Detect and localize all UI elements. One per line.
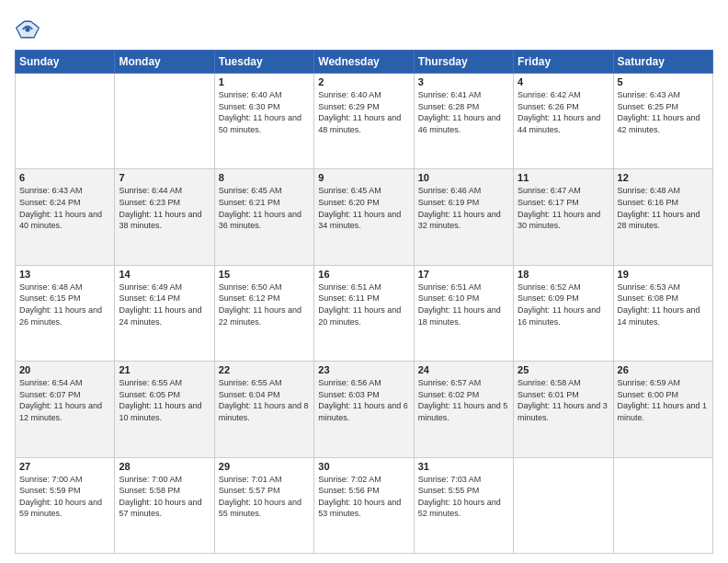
day-number: 1 (219, 76, 310, 87)
calendar-cell: 5Sunrise: 6:43 AM Sunset: 6:25 PM Daylig… (613, 74, 712, 169)
calendar-cell: 17Sunrise: 6:51 AM Sunset: 6:10 PM Dayli… (414, 265, 513, 361)
calendar-cell: 23Sunrise: 6:56 AM Sunset: 6:03 PM Dayli… (314, 362, 414, 457)
calendar-week-3: 13Sunrise: 6:48 AM Sunset: 6:15 PM Dayli… (16, 265, 713, 361)
cell-info: Sunrise: 6:40 AM Sunset: 6:29 PM Dayligh… (318, 89, 409, 135)
calendar-cell (613, 457, 712, 553)
calendar-cell (514, 457, 613, 553)
calendar-week-2: 6Sunrise: 6:43 AM Sunset: 6:24 PM Daylig… (16, 169, 713, 265)
day-number: 12 (618, 172, 709, 183)
calendar-cell: 20Sunrise: 6:54 AM Sunset: 6:07 PM Dayli… (16, 362, 115, 457)
cell-info: Sunrise: 6:55 AM Sunset: 6:04 PM Dayligh… (219, 377, 310, 423)
calendar-cell: 21Sunrise: 6:55 AM Sunset: 6:05 PM Dayli… (115, 362, 214, 457)
calendar-cell: 12Sunrise: 6:48 AM Sunset: 6:16 PM Dayli… (613, 169, 712, 265)
header (15, 13, 713, 42)
cell-info: Sunrise: 6:40 AM Sunset: 6:30 PM Dayligh… (219, 89, 310, 135)
calendar-week-4: 20Sunrise: 6:54 AM Sunset: 6:07 PM Dayli… (16, 362, 713, 457)
day-number: 4 (518, 76, 609, 87)
calendar-cell: 3Sunrise: 6:41 AM Sunset: 6:28 PM Daylig… (414, 74, 513, 169)
calendar-cell: 14Sunrise: 6:49 AM Sunset: 6:14 PM Dayli… (115, 265, 214, 361)
cell-info: Sunrise: 6:45 AM Sunset: 6:20 PM Dayligh… (318, 185, 409, 231)
day-number: 7 (119, 172, 210, 183)
cell-info: Sunrise: 6:52 AM Sunset: 6:09 PM Dayligh… (518, 282, 609, 327)
day-number: 2 (318, 76, 409, 87)
calendar-cell: 11Sunrise: 6:47 AM Sunset: 6:17 PM Dayli… (514, 169, 613, 265)
calendar-cell: 6Sunrise: 6:43 AM Sunset: 6:24 PM Daylig… (16, 169, 115, 265)
calendar-cell: 18Sunrise: 6:52 AM Sunset: 6:09 PM Dayli… (514, 265, 613, 361)
calendar-cell: 27Sunrise: 7:00 AM Sunset: 5:59 PM Dayli… (16, 457, 115, 553)
page: SundayMondayTuesdayWednesdayThursdayFrid… (0, 0, 728, 563)
svg-point-2 (25, 27, 29, 31)
day-number: 15 (219, 269, 310, 280)
cell-info: Sunrise: 7:01 AM Sunset: 5:57 PM Dayligh… (219, 474, 310, 520)
calendar-table: SundayMondayTuesdayWednesdayThursdayFrid… (15, 50, 713, 554)
cell-info: Sunrise: 6:51 AM Sunset: 6:10 PM Dayligh… (418, 282, 509, 327)
day-number: 14 (119, 269, 210, 280)
day-number: 26 (618, 364, 709, 375)
cell-info: Sunrise: 7:00 AM Sunset: 5:58 PM Dayligh… (119, 474, 210, 520)
calendar-header: SundayMondayTuesdayWednesdayThursdayFrid… (16, 51, 713, 74)
cell-info: Sunrise: 6:43 AM Sunset: 6:24 PM Dayligh… (19, 185, 110, 231)
calendar-cell: 26Sunrise: 6:59 AM Sunset: 6:00 PM Dayli… (613, 362, 712, 457)
calendar-cell: 24Sunrise: 6:57 AM Sunset: 6:02 PM Dayli… (414, 362, 513, 457)
weekday-saturday: Saturday (613, 51, 712, 74)
calendar-cell: 19Sunrise: 6:53 AM Sunset: 6:08 PM Dayli… (613, 265, 712, 361)
day-number: 8 (219, 172, 310, 183)
day-number: 27 (19, 461, 110, 472)
day-number: 23 (318, 364, 409, 375)
cell-info: Sunrise: 6:47 AM Sunset: 6:17 PM Dayligh… (518, 185, 609, 231)
day-number: 17 (418, 269, 509, 280)
day-number: 31 (418, 461, 509, 472)
cell-info: Sunrise: 6:57 AM Sunset: 6:02 PM Dayligh… (418, 377, 509, 423)
cell-info: Sunrise: 6:54 AM Sunset: 6:07 PM Dayligh… (19, 377, 110, 423)
calendar-cell: 9Sunrise: 6:45 AM Sunset: 6:20 PM Daylig… (314, 169, 414, 265)
calendar-week-5: 27Sunrise: 7:00 AM Sunset: 5:59 PM Dayli… (16, 457, 713, 553)
cell-info: Sunrise: 6:41 AM Sunset: 6:28 PM Dayligh… (418, 89, 509, 135)
calendar-cell: 30Sunrise: 7:02 AM Sunset: 5:56 PM Dayli… (314, 457, 414, 553)
cell-info: Sunrise: 6:50 AM Sunset: 6:12 PM Dayligh… (219, 282, 310, 327)
cell-info: Sunrise: 6:44 AM Sunset: 6:23 PM Dayligh… (119, 185, 210, 231)
calendar-cell (115, 74, 214, 169)
day-number: 20 (19, 364, 110, 375)
cell-info: Sunrise: 6:45 AM Sunset: 6:21 PM Dayligh… (219, 185, 310, 231)
day-number: 3 (418, 76, 509, 87)
cell-info: Sunrise: 6:46 AM Sunset: 6:19 PM Dayligh… (418, 185, 509, 231)
day-number: 19 (618, 269, 709, 280)
cell-info: Sunrise: 6:51 AM Sunset: 6:11 PM Dayligh… (318, 282, 409, 327)
day-number: 11 (518, 172, 609, 183)
day-number: 22 (219, 364, 310, 375)
calendar-cell: 2Sunrise: 6:40 AM Sunset: 6:29 PM Daylig… (314, 74, 414, 169)
calendar-cell: 4Sunrise: 6:42 AM Sunset: 6:26 PM Daylig… (514, 74, 613, 169)
calendar-cell: 15Sunrise: 6:50 AM Sunset: 6:12 PM Dayli… (214, 265, 313, 361)
weekday-thursday: Thursday (414, 51, 513, 74)
calendar-cell: 22Sunrise: 6:55 AM Sunset: 6:04 PM Dayli… (214, 362, 313, 457)
cell-info: Sunrise: 7:03 AM Sunset: 5:55 PM Dayligh… (418, 474, 509, 520)
day-number: 24 (418, 364, 509, 375)
cell-info: Sunrise: 6:53 AM Sunset: 6:08 PM Dayligh… (618, 282, 709, 327)
day-number: 5 (618, 76, 709, 87)
calendar-cell: 10Sunrise: 6:46 AM Sunset: 6:19 PM Dayli… (414, 169, 513, 265)
calendar-cell: 7Sunrise: 6:44 AM Sunset: 6:23 PM Daylig… (115, 169, 214, 265)
cell-info: Sunrise: 6:42 AM Sunset: 6:26 PM Dayligh… (518, 89, 609, 135)
calendar-cell (16, 74, 115, 169)
cell-info: Sunrise: 6:43 AM Sunset: 6:25 PM Dayligh… (618, 89, 709, 135)
calendar-cell: 13Sunrise: 6:48 AM Sunset: 6:15 PM Dayli… (16, 265, 115, 361)
cell-info: Sunrise: 6:58 AM Sunset: 6:01 PM Dayligh… (518, 377, 609, 423)
day-number: 25 (518, 364, 609, 375)
cell-info: Sunrise: 6:56 AM Sunset: 6:03 PM Dayligh… (318, 377, 409, 423)
weekday-header-row: SundayMondayTuesdayWednesdayThursdayFrid… (16, 51, 713, 74)
cell-info: Sunrise: 6:48 AM Sunset: 6:15 PM Dayligh… (19, 282, 110, 327)
cell-info: Sunrise: 6:49 AM Sunset: 6:14 PM Dayligh… (119, 282, 210, 327)
weekday-monday: Monday (115, 51, 214, 74)
calendar-week-1: 1Sunrise: 6:40 AM Sunset: 6:30 PM Daylig… (16, 74, 713, 169)
calendar-cell: 8Sunrise: 6:45 AM Sunset: 6:21 PM Daylig… (214, 169, 313, 265)
day-number: 18 (518, 269, 609, 280)
calendar-body: 1Sunrise: 6:40 AM Sunset: 6:30 PM Daylig… (16, 74, 713, 554)
cell-info: Sunrise: 6:55 AM Sunset: 6:05 PM Dayligh… (119, 377, 210, 423)
calendar-cell: 25Sunrise: 6:58 AM Sunset: 6:01 PM Dayli… (514, 362, 613, 457)
day-number: 6 (19, 172, 110, 183)
calendar-cell: 29Sunrise: 7:01 AM Sunset: 5:57 PM Dayli… (214, 457, 313, 553)
logo-icon (15, 17, 40, 42)
calendar-cell: 1Sunrise: 6:40 AM Sunset: 6:30 PM Daylig… (214, 74, 313, 169)
cell-info: Sunrise: 7:00 AM Sunset: 5:59 PM Dayligh… (19, 474, 110, 520)
day-number: 16 (318, 269, 409, 280)
